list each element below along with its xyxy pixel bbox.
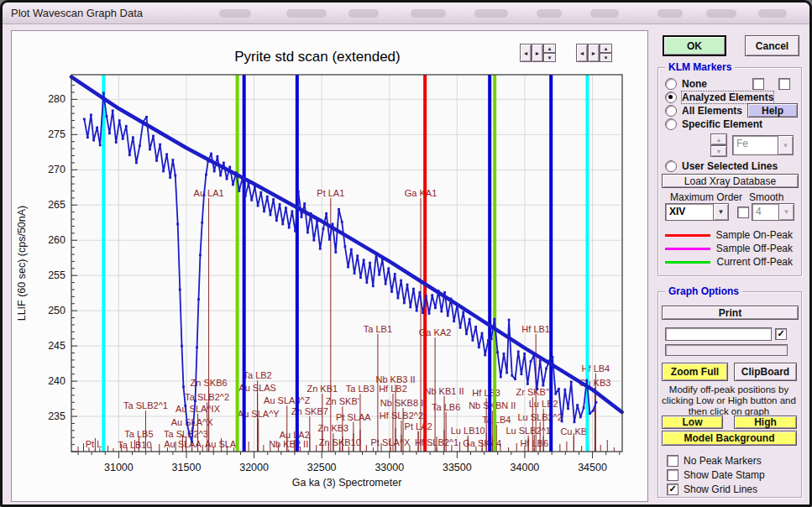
load-xray-database-button[interactable]: Load Xray Database [662,174,799,188]
smooth-checkbox[interactable] [737,206,749,218]
data-point [500,376,502,379]
show-date-stamp-checkbox[interactable]: Show Date Stamp [667,469,765,481]
klm-label: Ta LB2 [243,370,271,380]
klm-label: Lu SLB2^2 [517,412,562,422]
show-grid-lines-checkbox[interactable]: ✓ Show Grid Lines [667,483,757,495]
specific-element-combo[interactable]: Fe ▼ [732,135,794,155]
y-tick-label: 245 [48,340,65,352]
data-point [511,374,513,377]
print-path-input[interactable] [665,327,772,341]
radio-all-elements[interactable]: All Elements [665,105,742,117]
smooth-value-combo[interactable]: 4 ▼ [752,203,794,221]
data-point [390,290,393,293]
arrow-up-icon[interactable]: ▲ [600,44,612,53]
data-point [145,116,148,118]
off-peak-hint: Modify off-peak positions by clicking Lo… [660,384,798,417]
data-point [459,327,462,329]
low-button[interactable]: Low [662,416,723,429]
data-point [122,138,124,140]
cancel-button[interactable]: Cancel [745,35,799,56]
klm-extra-checkbox-2[interactable] [778,78,790,90]
radio-user-selected-lines[interactable]: User Selected Lines [665,160,778,172]
data-point [294,230,296,233]
arrow-left-icon[interactable]: ◄ [520,44,532,62]
radio-analyzed-elements[interactable]: Analyzed Elements [665,91,773,103]
chevron-down-icon[interactable]: ▼ [713,204,728,220]
data-point [288,227,291,229]
data-point [539,359,542,362]
data-point [118,119,121,122]
arrow-up-icon[interactable]: ▲ [543,44,556,53]
print-button[interactable]: Print [662,306,799,320]
data-point [191,441,193,443]
data-point [478,346,480,348]
print-path-checkbox[interactable]: ✓ [775,328,787,340]
data-point [514,378,516,380]
data-point [552,356,554,358]
radio-none[interactable]: None [665,78,707,90]
title-bar[interactable]: Plot Wavescan Graph Data [3,3,809,24]
radio-specific-element[interactable]: Specific Element [665,118,762,130]
chevron-down-icon[interactable]: ▼ [778,136,793,154]
help-button[interactable]: Help [747,103,798,118]
wavescan-chart-panel[interactable]: Au LA1Pt LA1Ga KA1Ta LB1Ga KA2Hf LB1Hf L… [11,30,648,502]
data-point [275,219,278,222]
data-point [125,125,128,128]
wavescan-chart[interactable]: Au LA1Pt LA1Ga KA1Ta LB1Ga KA2Hf LB1Hf L… [12,31,646,499]
spin-down-icon[interactable]: ▼ [710,145,727,157]
klm-extra-checkbox-1[interactable] [752,78,764,90]
data-point [418,291,421,294]
data-point [508,319,511,321]
maximum-order-combo[interactable]: XIV ▼ [665,203,729,221]
data-point [213,170,216,173]
arrow-left-icon[interactable]: ◄ [576,44,588,62]
data-point [86,136,89,139]
klm-label: Lu SLB2^1 [506,426,550,436]
y-tick-label: 240 [48,375,65,387]
arrow-right-icon[interactable]: ► [532,44,543,62]
data-point [561,421,563,423]
no-peak-markers-checkbox[interactable]: No Peak Markers [667,455,762,467]
data-point [142,121,144,123]
data-point [583,407,585,410]
data-point [115,141,118,144]
klm-label: Lu LB2 [529,399,558,409]
redacted-text [474,9,508,18]
ok-button[interactable]: OK [663,35,726,56]
data-point [182,385,185,388]
arrow-right-icon[interactable]: ► [588,44,600,62]
arrow-down-icon[interactable]: ▼ [600,53,612,62]
legend-current-off-peak: Current Off-Peak [662,256,796,268]
data-point [155,159,158,162]
radio-circle [665,118,677,130]
spin-up-icon[interactable]: ▲ [710,133,727,145]
high-button[interactable]: High [734,416,797,429]
clipboard-button[interactable]: ClipBoard [734,363,797,381]
data-point [171,159,174,161]
chevron-down-icon[interactable]: ▼ [778,204,794,220]
klm-label: Ga KA1 [405,188,437,198]
y-tick-label: 265 [48,199,65,211]
radio-circle [665,160,677,172]
arrow-down-icon[interactable]: ▼ [543,53,556,62]
zoom-full-button[interactable]: Zoom Full [662,363,728,381]
smooth-value: 4 [752,204,778,220]
data-point [359,276,362,279]
print-secondary-input[interactable] [665,344,788,356]
data-point [503,353,506,355]
data-point [162,170,165,173]
data-point [400,280,402,282]
y-tick-label: 280 [48,93,65,105]
klm-label: Au SLAA [164,439,202,449]
model-background-button[interactable]: Model Background [662,431,797,446]
y-tick-label: 260 [48,234,65,246]
klm-label: Ta LB10 [118,440,151,450]
data-point [99,144,102,147]
data-point [83,118,86,120]
data-point [363,259,365,261]
data-point [493,318,495,321]
klm-label: Nb SKB8 II [380,398,426,408]
data-point [563,389,566,391]
klm-label: Zr SKB'' [516,387,549,397]
data-point [135,162,138,165]
